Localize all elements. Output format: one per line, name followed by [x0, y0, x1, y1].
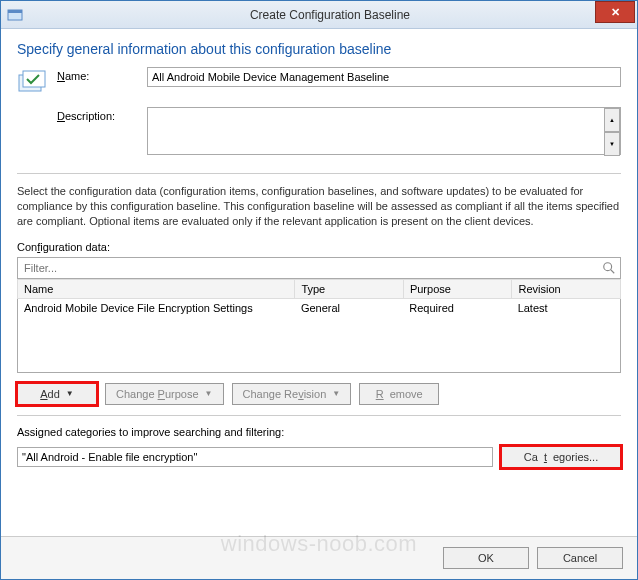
categories-button[interactable]: Categories... — [501, 446, 621, 468]
change-revision-button[interactable]: Change Revision▼ — [232, 383, 352, 405]
ok-button[interactable]: OK — [443, 547, 529, 569]
name-input[interactable] — [147, 67, 621, 87]
name-row: Name: — [17, 67, 621, 101]
name-label: Name: — [57, 67, 147, 82]
cell-type: General — [295, 299, 403, 317]
filter-row — [17, 257, 621, 279]
caret-down-icon: ▼ — [332, 389, 340, 398]
help-text: Select the configuration data (configura… — [17, 184, 621, 229]
dialog-footer: OK Cancel — [1, 536, 637, 579]
close-button[interactable]: ✕ — [595, 1, 635, 23]
col-type[interactable]: Type — [295, 279, 404, 298]
config-data-table: Name Type Purpose Revision — [17, 279, 621, 299]
description-label: Description: — [57, 107, 147, 122]
col-name[interactable]: Name — [18, 279, 295, 298]
scroll-up-icon[interactable]: ▲ — [604, 108, 620, 132]
search-icon[interactable] — [598, 258, 620, 278]
window-title: Create Configuration Baseline — [23, 8, 637, 22]
divider — [17, 173, 621, 174]
assigned-row: Categories... — [17, 446, 621, 468]
cell-name: Android Mobile Device File Encryption Se… — [18, 299, 295, 317]
cell-revision: Latest — [512, 299, 620, 317]
svg-point-4 — [604, 262, 612, 270]
add-button[interactable]: Add▼ — [17, 383, 97, 405]
config-buttons: Add▼ Change Purpose▼ Change Revision▼ Re… — [17, 383, 621, 405]
remove-button[interactable]: Remove — [359, 383, 439, 405]
svg-line-5 — [611, 269, 615, 273]
app-icon — [7, 7, 23, 23]
caret-down-icon: ▼ — [66, 389, 74, 398]
wizard-icon — [17, 89, 49, 101]
dialog-window: Create Configuration Baseline ✕ Specify … — [0, 0, 638, 580]
page-heading: Specify general information about this c… — [17, 41, 621, 57]
description-row: Description: ▲ ▼ — [17, 107, 621, 157]
assigned-categories-field — [17, 447, 493, 467]
close-icon: ✕ — [611, 6, 620, 19]
svg-rect-1 — [8, 10, 22, 13]
cancel-button[interactable]: Cancel — [537, 547, 623, 569]
config-data-label: Configuration data: — [17, 241, 621, 253]
description-input[interactable] — [147, 107, 621, 155]
cell-purpose: Required — [403, 299, 511, 317]
filter-input[interactable] — [18, 258, 598, 278]
table-row[interactable]: Android Mobile Device File Encryption Se… — [18, 299, 620, 317]
dialog-content: Specify general information about this c… — [1, 29, 637, 536]
assigned-label: Assigned categories to improve searching… — [17, 426, 621, 438]
col-purpose[interactable]: Purpose — [403, 279, 512, 298]
caret-down-icon: ▼ — [205, 389, 213, 398]
divider — [17, 415, 621, 416]
titlebar: Create Configuration Baseline ✕ — [1, 1, 637, 29]
change-purpose-button[interactable]: Change Purpose▼ — [105, 383, 224, 405]
description-scroll[interactable]: ▲ ▼ — [604, 108, 620, 156]
col-revision[interactable]: Revision — [512, 279, 621, 298]
scroll-down-icon[interactable]: ▼ — [604, 132, 620, 156]
